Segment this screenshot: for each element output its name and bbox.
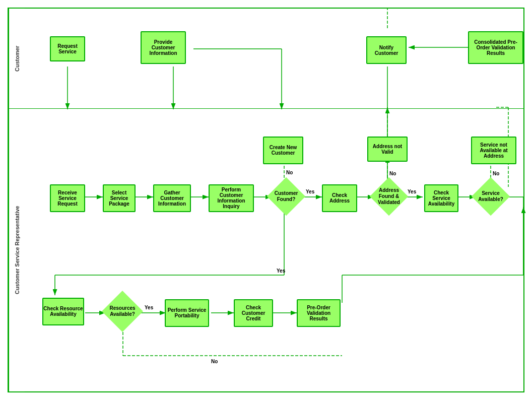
svg-text:No: No bbox=[493, 171, 499, 176]
check-service-node: Check Service Availability bbox=[424, 184, 458, 212]
resources-available-node: Resources Available? bbox=[102, 291, 143, 332]
service-not-available-node: Service not Available at Address bbox=[471, 137, 516, 164]
request-service-node: Request Service bbox=[50, 36, 85, 61]
svg-text:Yes: Yes bbox=[306, 189, 315, 194]
csr-lane-label: Customer Service Representative bbox=[9, 109, 25, 391]
create-new-node: Create New Customer bbox=[263, 137, 303, 164]
customer-found-node: Customer Found? bbox=[267, 177, 305, 216]
provide-info-node: Provide Customer Information bbox=[141, 31, 186, 64]
csr-lane-content: Yes No Yes No No bbox=[25, 109, 523, 391]
svg-text:No: No bbox=[286, 170, 293, 175]
customer-arrows bbox=[25, 9, 523, 108]
perform-inquiry-node: Perform Customer Information Inquiry bbox=[209, 184, 254, 212]
csr-lane: Customer Service Representative bbox=[9, 109, 523, 391]
customer-lane-content: Request Service Provide Customer Informa… bbox=[25, 9, 523, 108]
receive-request-node: Receive Service Request bbox=[50, 184, 85, 212]
address-not-valid-node: Address not Valid bbox=[367, 137, 408, 162]
service-available-node: Service Available? bbox=[472, 177, 510, 216]
check-credit-node: Check Customer Credit bbox=[234, 299, 273, 327]
preorder-validation-node: Pre-Order Validation Results bbox=[297, 299, 341, 327]
svg-text:No: No bbox=[389, 171, 396, 176]
gather-info-node: Gather Customer Information bbox=[153, 184, 191, 212]
perform-portability-node: Perform Service Portability bbox=[165, 299, 209, 327]
svg-text:No: No bbox=[211, 359, 218, 364]
check-resource-node: Check Resource Availability bbox=[42, 298, 84, 325]
customer-lane: Customer bbox=[9, 9, 523, 109]
notify-customer-node: Notify Customer bbox=[366, 36, 407, 64]
svg-text:Yes: Yes bbox=[277, 268, 286, 274]
check-address-node: Check Address bbox=[322, 184, 357, 212]
top-arrows bbox=[25, 9, 523, 108]
svg-text:Yes: Yes bbox=[408, 189, 417, 194]
diagram-container: Customer bbox=[8, 8, 524, 392]
consolidated-node: Consolidated Pre-Order Validation Result… bbox=[468, 31, 523, 64]
customer-lane-label: Customer bbox=[9, 9, 25, 108]
svg-text:Yes: Yes bbox=[145, 305, 154, 310]
select-package-node: Select Service Package bbox=[103, 184, 136, 212]
address-found-node: Address Found & Validated bbox=[370, 177, 408, 216]
